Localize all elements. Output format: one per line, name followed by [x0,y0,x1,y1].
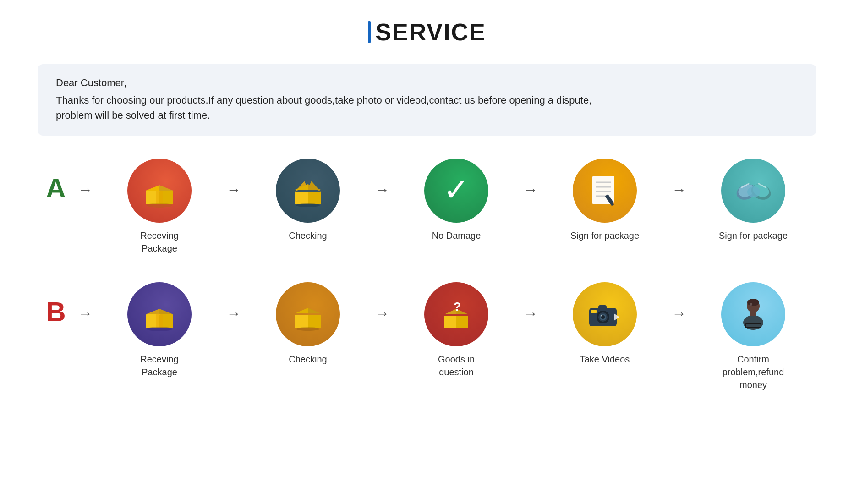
flow-item-a-4: Sign for package [542,159,668,242]
flow-row-a: A → [38,159,816,255]
flow-item-b-3: ? Goods in question [393,282,520,378]
flow-item-a-5: Sign for package [690,159,816,242]
circle-a-nodamage: ✓ [424,159,488,223]
svg-point-14 [296,203,320,207]
notice-box: Dear Customer, Thanks for choosing our p… [38,64,816,136]
flow-row-b: B → Receving Package → [38,282,816,391]
svg-marker-39 [295,308,308,313]
row-a-letter: A [38,172,74,204]
svg-rect-43 [444,316,456,328]
circle-b-camera [573,282,637,346]
flow-item-b-4: Take Videos [542,282,668,366]
open-package-icon-a [290,172,326,209]
svg-rect-60 [750,311,756,316]
flow-item-a-3: ✓ No Damage [393,159,520,242]
label-b-3: Goods in question [420,353,493,378]
svg-marker-2 [159,185,173,191]
arrow-a-3: → [520,181,542,198]
svg-point-58 [747,299,759,306]
circle-b-checking [276,282,340,346]
svg-point-41 [296,327,320,331]
flow-section: A → [38,159,816,396]
svg-point-35 [147,327,172,331]
label-a-4: Sign for package [570,229,639,242]
question-box-icon: ? [438,296,475,333]
label-b-4: Take Videos [580,353,630,366]
arrow-a-4: → [668,181,690,198]
svg-marker-1 [146,185,159,191]
flow-item-b-2: Checking [245,282,371,366]
row-b-letter: B [38,296,74,328]
page-title-section: SERVICE [368,18,486,46]
svg-rect-34 [156,314,163,328]
svg-text:?: ? [454,300,461,313]
page-title: SERVICE [375,18,486,46]
flow-item-a-1: Receving Package [96,159,223,255]
handshake-icon [733,175,774,207]
notice-line2: Thanks for choosing our products.If any … [56,93,798,123]
camera-icon [586,300,624,329]
label-b-2: Checking [289,353,327,366]
circle-a-checking [276,159,340,223]
flow-item-b-1: Receving Package [96,282,223,378]
svg-marker-33 [159,309,173,314]
arrow-b-4: → [668,305,690,322]
svg-rect-37 [295,315,308,328]
svg-point-6 [147,203,172,208]
circle-a-sign1 [573,159,637,223]
svg-point-53 [601,315,602,316]
label-b-1: Receving Package [123,353,196,378]
arrow-b-1: → [223,305,245,322]
package-icon-b [141,296,178,333]
svg-marker-32 [146,309,159,314]
person-icon [735,296,772,333]
svg-rect-55 [591,310,597,313]
svg-rect-5 [156,191,163,204]
svg-rect-44 [456,316,468,328]
svg-rect-8 [295,192,308,204]
svg-rect-9 [308,192,321,204]
checkmark-icon: ✓ [443,174,470,206]
label-a-1: Receving Package [123,229,196,255]
flow-item-b-5: Confirm problem,refund money [690,282,816,391]
circle-b-refund [721,282,785,346]
svg-marker-40 [308,308,321,313]
arrow-b-0: → [74,305,96,322]
label-b-5: Confirm problem,refund money [717,353,790,391]
svg-rect-38 [308,315,321,328]
flow-item-a-2: Checking [245,159,371,242]
package-icon-a [141,172,178,209]
svg-point-26 [747,186,760,197]
arrow-a-2: → [371,181,393,198]
svg-point-63 [750,303,752,306]
svg-rect-54 [598,305,607,310]
label-a-3: No Damage [432,229,481,242]
svg-rect-62 [746,324,761,327]
arrow-b-3: → [520,305,542,322]
circle-a-receiving [127,159,192,223]
open-package-icon-b [290,296,326,333]
title-bar-accent [368,21,371,43]
circle-b-question: ? [424,282,488,346]
label-a-5: Sign for package [719,229,788,242]
arrow-a-1: → [223,181,245,198]
circle-a-sign2 [721,159,785,223]
notice-line1: Dear Customer, [56,77,798,89]
document-icon [588,172,622,209]
circle-b-receiving [127,282,192,346]
arrow-b-2: → [371,305,393,322]
label-a-2: Checking [289,229,327,242]
arrow-a-0: → [74,181,96,198]
